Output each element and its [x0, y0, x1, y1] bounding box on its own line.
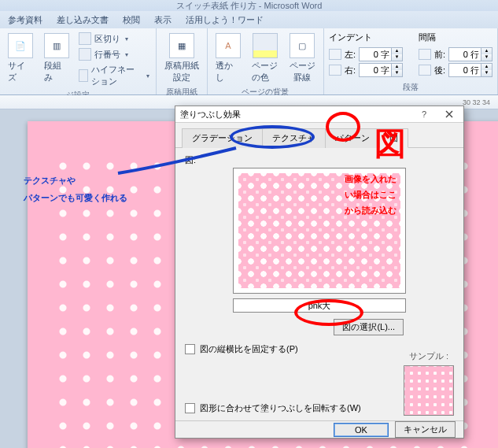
- tab-picture[interactable]: 図: [379, 128, 408, 148]
- ribbon-tabs: 参考資料 差し込み文書 校閲 表示 活用しよう！ワード: [0, 11, 498, 28]
- spin-down[interactable]: ▼: [481, 70, 492, 76]
- ribbon-group-page-bg: A 透かし ページの色 ▢ ページ 罫線 ページの背景: [208, 28, 324, 94]
- lock-aspect-checkbox[interactable]: [185, 344, 195, 354]
- spacing-after-input[interactable]: [449, 64, 481, 76]
- dialog-close-button[interactable]: [440, 106, 459, 122]
- line-numbers-button[interactable]: 行番号▾: [77, 47, 151, 61]
- genkou-label: 原稿用紙 設定: [164, 60, 199, 83]
- spacing-title: 間隔: [419, 31, 492, 43]
- page-border-icon: ▢: [290, 33, 315, 58]
- spacing-before-label: 前:: [434, 49, 445, 61]
- rotate-fill-checkbox[interactable]: [185, 403, 195, 413]
- chevron-down-icon: ▾: [125, 35, 128, 43]
- genkou-icon: ▦: [169, 33, 194, 58]
- close-icon: [445, 110, 453, 118]
- ribbon-group-genkou: ▦ 原稿用紙 設定 原稿用紙: [157, 28, 208, 94]
- indent-right-spinner[interactable]: ▲▼: [359, 63, 403, 77]
- spacing-before-input[interactable]: [449, 48, 481, 61]
- dialog-titlebar: 塗りつぶし効果 ?: [175, 106, 463, 123]
- hyphenation-label: ハイフネーション: [91, 64, 142, 87]
- hyphenation-button[interactable]: ハイフネーション▾: [77, 63, 151, 88]
- indent-left-spinner[interactable]: ▲▼: [359, 47, 403, 61]
- columns-button[interactable]: ▥ 段組み: [41, 31, 72, 85]
- spacing-before-spinner[interactable]: ▲▼: [448, 47, 492, 61]
- spin-up[interactable]: ▲: [481, 48, 492, 54]
- breaks-label: 区切り: [94, 33, 120, 45]
- indent-left-label: 左:: [345, 49, 356, 61]
- columns-button-label: 段組み: [44, 60, 69, 83]
- columns-icon: ▥: [44, 33, 69, 58]
- breaks-icon: [79, 32, 91, 45]
- ok-button[interactable]: OK: [334, 423, 389, 437]
- lock-aspect-label: 図の縦横比を固定する(P): [200, 343, 298, 355]
- sample-label: サンプル :: [404, 350, 454, 362]
- indent-right-label: 右:: [345, 65, 356, 76]
- tab-gradient[interactable]: グラデーション: [182, 128, 263, 148]
- indent-right-icon: [329, 65, 341, 76]
- picture-name-box: pnk大: [233, 298, 406, 313]
- breaks-button[interactable]: 区切り▾: [77, 31, 151, 46]
- spacing-after-icon: [419, 65, 431, 76]
- watermark-button[interactable]: A 透かし: [212, 31, 244, 85]
- picture-section-label: 図:: [185, 154, 454, 166]
- tab-pattern[interactable]: パターン: [325, 128, 380, 148]
- cancel-button[interactable]: キャンセル: [395, 421, 456, 438]
- ribbon-tab-view[interactable]: 表示: [154, 14, 172, 26]
- indent-title: インデント: [329, 31, 403, 43]
- ribbon-group-page-setup: 📄 サイズ ▥ 段組み 区切り▾ 行番号▾ ハイフネーション▾ ジ設定: [0, 28, 157, 94]
- rotate-fill-label: 図形に合わせて塗りつぶしを回転する(W): [200, 402, 361, 414]
- dialog-button-row: OK キャンセル: [175, 420, 463, 438]
- spacing-before-icon: [419, 49, 431, 60]
- spacing-after-spinner[interactable]: ▲▼: [448, 63, 492, 77]
- page-size-icon: 📄: [8, 33, 33, 58]
- picture-preview-frame: [233, 168, 406, 294]
- line-numbers-icon: [79, 48, 91, 61]
- watermark-label: 透かし: [216, 60, 241, 83]
- ribbon-tab-mailings[interactable]: 差し込み文書: [57, 14, 109, 26]
- chevron-down-icon: ▾: [146, 72, 149, 80]
- indent-left-icon: [329, 49, 341, 60]
- page-color-button[interactable]: ページの色: [249, 31, 282, 85]
- spin-up[interactable]: ▲: [391, 64, 402, 70]
- sample-area: サンプル :: [404, 350, 454, 416]
- group-label-paragraph: 段落: [329, 80, 492, 94]
- window-title: スイッチ表紙 作り方 - Microsoft Word: [0, 0, 498, 11]
- chevron-down-icon: ▾: [125, 51, 128, 58]
- ribbon-tab-review[interactable]: 校閲: [123, 14, 140, 26]
- page-color-label: ページの色: [252, 60, 279, 83]
- ribbon-tab-references[interactable]: 参考資料: [8, 14, 42, 26]
- page-border-button[interactable]: ▢ ページ 罫線: [286, 31, 319, 85]
- watermark-icon: A: [216, 33, 241, 58]
- ribbon-tab-addin[interactable]: 活用しよう！ワード: [186, 14, 264, 26]
- select-picture-button[interactable]: 図の選択(L)...: [334, 319, 404, 335]
- dialog-body: 図: pnk大 図の選択(L)... 図の縦横比を固定する(P) 図形に合わせて…: [175, 148, 463, 420]
- dialog-tabs: グラデーション テクスチャ パターン 図: [175, 123, 463, 148]
- picture-preview: [238, 173, 400, 288]
- spin-up[interactable]: ▲: [481, 64, 492, 70]
- size-button-label: サイズ: [8, 60, 33, 83]
- indent-right-input[interactable]: [360, 64, 391, 76]
- dialog-title: 塗りつぶし効果: [180, 109, 241, 120]
- spin-down[interactable]: ▼: [391, 54, 402, 61]
- dialog-help-button[interactable]: ?: [415, 106, 433, 122]
- spin-up[interactable]: ▲: [391, 48, 402, 54]
- tab-texture[interactable]: テクスチャ: [262, 128, 326, 148]
- page-border-label: ページ 罫線: [290, 60, 315, 83]
- page-color-icon: [253, 33, 278, 58]
- spacing-after-label: 後:: [434, 65, 445, 76]
- spin-down[interactable]: ▼: [391, 70, 402, 76]
- ribbon-group-paragraph: インデント 左: ▲▼ 右: ▲▼ 間隔 前: ▲▼: [324, 28, 498, 94]
- fill-effects-dialog: 塗りつぶし効果 ? グラデーション テクスチャ パターン 図 図: pnk大 図…: [175, 106, 464, 439]
- sample-swatch: [404, 365, 454, 416]
- size-button[interactable]: 📄 サイズ: [5, 31, 36, 85]
- spin-down[interactable]: ▼: [481, 54, 492, 61]
- genkou-button[interactable]: ▦ 原稿用紙 設定: [161, 31, 202, 85]
- indent-left-input[interactable]: [360, 48, 391, 61]
- ribbon: 📄 サイズ ▥ 段組み 区切り▾ 行番号▾ ハイフネーション▾ ジ設定 ▦ 原稿…: [0, 28, 498, 95]
- line-numbers-label: 行番号: [94, 49, 120, 61]
- hyphenation-icon: [79, 69, 88, 82]
